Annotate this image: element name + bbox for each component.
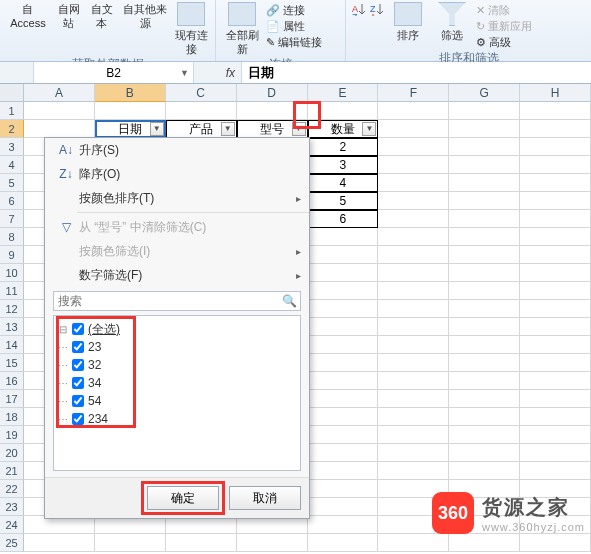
cell[interactable] [378, 534, 449, 552]
filter-items-list[interactable]: ⊟(全选)⋯23⋯32⋯34⋯54⋯234 [53, 315, 301, 471]
cell[interactable] [449, 120, 520, 138]
cell[interactable] [449, 390, 520, 408]
btn-sort-za[interactable]: ZA [370, 2, 384, 19]
cell[interactable] [520, 372, 591, 390]
cell[interactable] [449, 462, 520, 480]
cell[interactable] [308, 336, 379, 354]
cell[interactable] [308, 480, 379, 498]
cell[interactable] [520, 318, 591, 336]
cell[interactable] [449, 210, 520, 228]
row-20[interactable]: 20 [0, 444, 24, 462]
cell[interactable] [378, 138, 449, 156]
cell[interactable] [449, 426, 520, 444]
cell[interactable] [166, 534, 237, 552]
filter-dropdown-button[interactable]: ▼ [362, 122, 376, 136]
cell[interactable] [308, 246, 379, 264]
cell[interactable] [449, 192, 520, 210]
cell[interactable] [520, 300, 591, 318]
cell[interactable] [520, 390, 591, 408]
cell[interactable] [520, 246, 591, 264]
row-8[interactable]: 8 [0, 228, 24, 246]
search-icon[interactable]: 🔍 [282, 294, 297, 308]
cell[interactable] [308, 498, 379, 516]
col-A[interactable]: A [24, 84, 95, 102]
cell[interactable] [378, 120, 449, 138]
btn-reapply[interactable]: ↻ 重新应用 [476, 18, 532, 34]
filter-search-input[interactable] [53, 291, 301, 311]
btn-sort-az[interactable]: AZ [352, 2, 366, 19]
cell[interactable] [520, 120, 591, 138]
cell[interactable] [449, 264, 520, 282]
cell[interactable] [449, 228, 520, 246]
row-19[interactable]: 19 [0, 426, 24, 444]
name-box-dropdown-icon[interactable]: ▼ [180, 68, 189, 78]
cell[interactable] [520, 354, 591, 372]
cell[interactable] [449, 318, 520, 336]
cell[interactable]: 6 [308, 210, 379, 228]
btn-sort[interactable]: 排序 [388, 2, 428, 42]
col-C[interactable]: C [166, 84, 237, 102]
row-6[interactable]: 6 [0, 192, 24, 210]
cell[interactable] [520, 282, 591, 300]
cell[interactable] [378, 354, 449, 372]
cell[interactable] [378, 102, 449, 120]
cell[interactable] [449, 408, 520, 426]
cell[interactable] [308, 300, 379, 318]
cell[interactable] [378, 336, 449, 354]
cell[interactable] [449, 138, 520, 156]
cell[interactable] [378, 282, 449, 300]
row-17[interactable]: 17 [0, 390, 24, 408]
cell[interactable]: 5 [308, 192, 379, 210]
btn-properties[interactable]: 📄 属性 [266, 18, 322, 34]
cell[interactable] [449, 300, 520, 318]
filter-dropdown-button[interactable]: ▼ [221, 122, 235, 136]
name-box[interactable]: B2 ▼ [34, 62, 194, 83]
menu-sort-by-color[interactable]: 按颜色排序(T) ▸ [45, 186, 309, 210]
cell[interactable] [378, 444, 449, 462]
cell[interactable] [378, 300, 449, 318]
cell[interactable] [378, 210, 449, 228]
btn-access[interactable]: 自 Access [6, 2, 50, 30]
col-H[interactable]: H [520, 84, 591, 102]
cell[interactable] [308, 372, 379, 390]
cell[interactable] [24, 102, 95, 120]
row-13[interactable]: 13 [0, 318, 24, 336]
btn-refresh-all[interactable]: 全部刷新 [222, 2, 262, 56]
row-3[interactable]: 3 [0, 138, 24, 156]
row-25[interactable]: 25 [0, 534, 24, 552]
btn-existing-conn[interactable]: 现有连接 [173, 2, 209, 56]
row-24[interactable]: 24 [0, 516, 24, 534]
cell[interactable] [166, 102, 237, 120]
row-7[interactable]: 7 [0, 210, 24, 228]
cell[interactable] [95, 102, 166, 120]
row-5[interactable]: 5 [0, 174, 24, 192]
cancel-button[interactable]: 取消 [229, 486, 301, 510]
cell[interactable] [308, 228, 379, 246]
cell[interactable] [520, 210, 591, 228]
table-header-1[interactable]: 产品▼ [166, 120, 237, 138]
fx-icon[interactable]: fx [226, 66, 235, 80]
cell[interactable] [449, 156, 520, 174]
row-14[interactable]: 14 [0, 336, 24, 354]
cell[interactable] [449, 102, 520, 120]
col-F[interactable]: F [378, 84, 449, 102]
row-2[interactable]: 2 [0, 120, 24, 138]
cell[interactable] [378, 318, 449, 336]
cell[interactable] [449, 174, 520, 192]
cell[interactable] [449, 282, 520, 300]
cell[interactable] [520, 426, 591, 444]
cell[interactable] [520, 336, 591, 354]
cell[interactable]: 4 [308, 174, 379, 192]
cell[interactable] [378, 462, 449, 480]
cell[interactable] [308, 390, 379, 408]
cell[interactable] [449, 534, 520, 552]
cell[interactable] [449, 444, 520, 462]
row-1[interactable]: 1 [0, 102, 24, 120]
cell[interactable] [378, 372, 449, 390]
cell[interactable] [378, 426, 449, 444]
row-18[interactable]: 18 [0, 408, 24, 426]
btn-web[interactable]: 自网站 [54, 2, 83, 30]
row-21[interactable]: 21 [0, 462, 24, 480]
cell[interactable] [378, 246, 449, 264]
row-11[interactable]: 11 [0, 282, 24, 300]
